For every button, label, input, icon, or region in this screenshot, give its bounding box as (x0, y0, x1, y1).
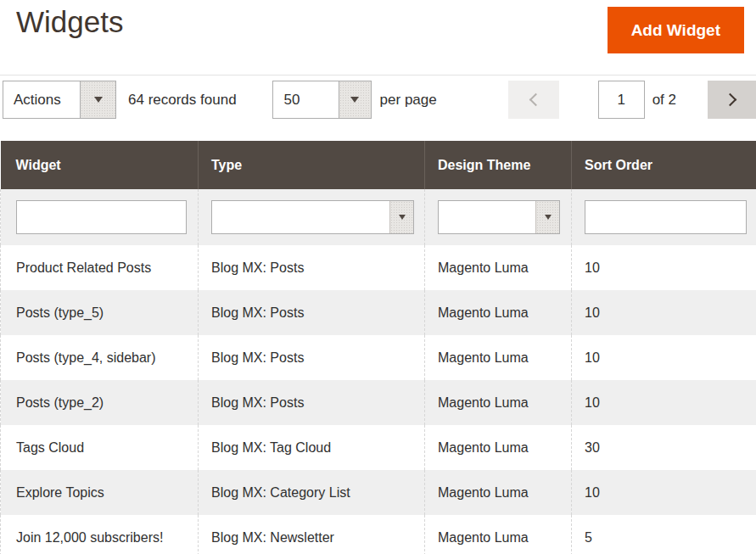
cell-design-theme: Magento Luma (425, 245, 572, 290)
cell-widget: Posts (type_2) (1, 380, 199, 425)
cell-widget: Posts (type_4, sidebar) (1, 335, 199, 380)
cell-widget: Product Related Posts (1, 245, 199, 290)
cell-design-theme: Magento Luma (425, 425, 572, 470)
column-header-sort-order[interactable]: Sort Order (572, 141, 756, 189)
table-row[interactable]: Tags Cloud Blog MX: Tag Cloud Magento Lu… (1, 425, 756, 470)
cell-sort-order: 5 (572, 515, 756, 554)
cell-type: Blog MX: Newsletter (199, 515, 425, 554)
cell-type: Blog MX: Tag Cloud (199, 425, 425, 470)
per-page-dropdown[interactable]: 50 (272, 81, 372, 119)
add-widget-button[interactable]: Add Widget (608, 7, 744, 53)
table-row[interactable]: Posts (type_5) Blog MX: Posts Magento Lu… (1, 290, 756, 335)
table-row[interactable]: Posts (type_4, sidebar) Blog MX: Posts M… (1, 335, 756, 380)
cell-widget: Explore Topics (1, 470, 199, 515)
caret-down-icon (339, 81, 371, 118)
type-filter-value (212, 201, 389, 233)
pager-next-button[interactable] (708, 81, 756, 119)
cell-widget: Tags Cloud (1, 425, 199, 470)
grid-filter-row (1, 189, 756, 245)
cell-sort-order: 30 (572, 425, 756, 470)
design-theme-filter-value (439, 201, 535, 233)
cell-design-theme: Magento Luma (425, 290, 572, 335)
cell-widget: Join 12,000 subscribers! (1, 515, 199, 554)
records-found-text: 64 records found (128, 92, 237, 109)
actions-dropdown[interactable]: Actions (3, 81, 116, 119)
cell-sort-order: 10 (572, 245, 756, 290)
column-header-widget[interactable]: Widget (1, 141, 199, 189)
cell-widget: Posts (type_5) (1, 290, 199, 335)
page-title: Widgets (16, 5, 123, 39)
cell-type: Blog MX: Posts (199, 380, 425, 425)
cell-design-theme: Magento Luma (425, 515, 572, 554)
cell-design-theme: Magento Luma (425, 470, 572, 515)
grid-header-row: Widget Type Design Theme Sort Order (1, 141, 756, 189)
cell-type: Blog MX: Category List (199, 470, 425, 515)
page-header: Widgets Add Widget (0, 0, 756, 75)
caret-down-icon (80, 81, 115, 118)
sort-order-filter-input[interactable] (585, 200, 747, 234)
cell-sort-order: 10 (572, 290, 756, 335)
cell-sort-order: 10 (572, 380, 756, 425)
actions-dropdown-label: Actions (3, 81, 80, 118)
grid-toolbar: Actions 64 records found 50 per page of … (0, 75, 756, 141)
cell-sort-order: 10 (572, 335, 756, 380)
table-row[interactable]: Explore Topics Blog MX: Category List Ma… (1, 470, 756, 515)
chevron-left-icon (529, 93, 542, 107)
caret-down-icon (535, 201, 559, 233)
per-page-value: 50 (273, 81, 339, 118)
column-header-type[interactable]: Type (199, 141, 425, 189)
page-total-text: of 2 (652, 92, 676, 109)
per-page-label: per page (380, 92, 437, 109)
cell-type: Blog MX: Posts (199, 290, 425, 335)
page-number-input[interactable] (598, 81, 645, 119)
cell-design-theme: Magento Luma (425, 380, 572, 425)
chevron-right-icon (723, 93, 736, 107)
table-row[interactable]: Join 12,000 subscribers! Blog MX: Newsle… (1, 515, 756, 554)
cell-design-theme: Magento Luma (425, 335, 572, 380)
column-header-design-theme[interactable]: Design Theme (425, 141, 572, 189)
design-theme-filter-select[interactable] (438, 200, 560, 234)
cell-type: Blog MX: Posts (199, 245, 425, 290)
cell-sort-order: 10 (572, 470, 756, 515)
type-filter-select[interactable] (211, 200, 414, 234)
widget-filter-input[interactable] (16, 200, 187, 234)
table-row[interactable]: Product Related Posts Blog MX: Posts Mag… (1, 245, 756, 290)
table-row[interactable]: Posts (type_2) Blog MX: Posts Magento Lu… (1, 380, 756, 425)
widgets-grid: Widget Type Design Theme Sort Order (0, 141, 756, 554)
cell-type: Blog MX: Posts (199, 335, 425, 380)
caret-down-icon (389, 201, 413, 233)
pager: of 2 (508, 81, 756, 119)
pager-previous-button[interactable] (508, 81, 559, 119)
